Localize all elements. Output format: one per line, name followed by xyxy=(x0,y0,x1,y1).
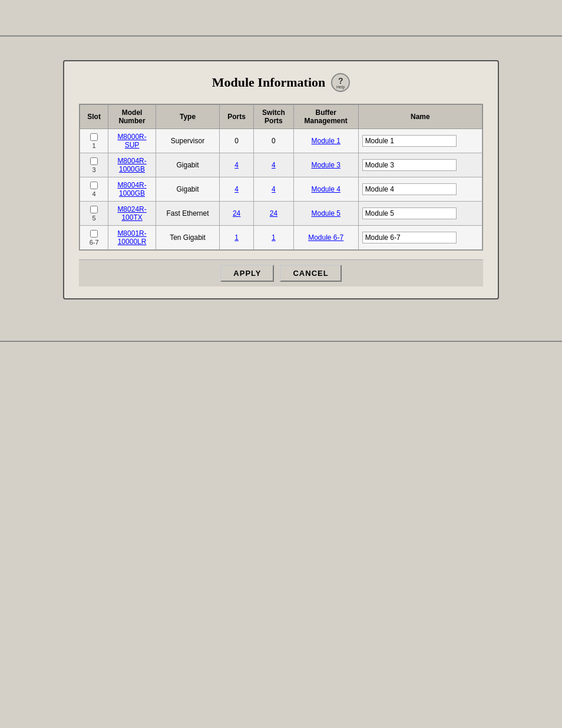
bottom-divider xyxy=(0,341,562,342)
buffer-management-link[interactable]: Module 5 xyxy=(312,209,340,218)
name-input[interactable] xyxy=(362,207,457,219)
name-cell xyxy=(358,202,482,226)
model-number-link[interactable]: M8001R-10000LR xyxy=(117,229,146,246)
buffer-management-link[interactable]: Module 6-7 xyxy=(308,233,343,242)
table-row: 1 M8000R-SUPSupervisor00Module 1 xyxy=(80,129,482,153)
slot-checkbox[interactable] xyxy=(90,206,98,213)
name-input[interactable] xyxy=(362,135,457,147)
slot-cell: 4 xyxy=(80,177,108,202)
col-header-ports: Ports xyxy=(220,105,254,129)
table-wrapper: Slot ModelNumber Type Ports SwitchPorts … xyxy=(79,104,483,251)
slot-number: 1 xyxy=(92,142,96,149)
switch-ports-link[interactable]: 4 xyxy=(272,185,276,193)
model-number-link[interactable]: M8004R-1000GB xyxy=(117,181,146,197)
model-number-cell: M8000R-SUP xyxy=(108,129,156,153)
dialog-box: Module Information ? Help Slot ModelNumb… xyxy=(63,60,499,299)
name-cell xyxy=(358,153,482,177)
slot-checkbox[interactable] xyxy=(90,133,98,141)
cancel-button[interactable]: CANCEL xyxy=(280,265,341,282)
name-input[interactable] xyxy=(362,183,457,195)
type-cell: Ten Gigabit xyxy=(156,226,219,250)
model-number-link[interactable]: M8004R-1000GB xyxy=(117,157,146,173)
type-cell: Gigabit xyxy=(156,153,219,177)
ports-link[interactable]: 4 xyxy=(234,185,239,193)
table-row: 4 M8004R-1000GBGigabit44Module 4 xyxy=(80,177,482,202)
module-table: Slot ModelNumber Type Ports SwitchPorts … xyxy=(80,104,482,250)
name-cell xyxy=(358,177,482,202)
col-header-slot: Slot xyxy=(80,105,108,129)
col-header-model: ModelNumber xyxy=(108,105,156,129)
buffer-management-link[interactable]: Module 3 xyxy=(312,161,340,169)
buffer-management-link[interactable]: Module 4 xyxy=(312,185,340,193)
slot-checkbox[interactable] xyxy=(90,157,98,165)
ports-link[interactable]: 1 xyxy=(234,233,239,242)
slot-cell: 3 xyxy=(80,153,108,177)
model-number-cell: M8004R-1000GB xyxy=(108,177,156,202)
table-row: 3 M8004R-1000GBGigabit44Module 3 xyxy=(80,153,482,177)
dialog-title: Module Information xyxy=(212,75,326,90)
switch-ports-link[interactable]: 24 xyxy=(270,209,277,218)
help-label: Help xyxy=(336,85,345,89)
name-cell xyxy=(358,129,482,153)
switch-ports-cell: 24 xyxy=(254,202,294,226)
name-cell xyxy=(358,226,482,250)
dialog-title-row: Module Information ? Help xyxy=(79,73,483,92)
buffer-management-cell: Module 6-7 xyxy=(293,226,358,250)
table-row: 5 M8024R-100TXFast Ethernet2424Module 5 xyxy=(80,202,482,226)
col-header-switch-ports: SwitchPorts xyxy=(254,105,294,129)
slot-number: 4 xyxy=(92,190,96,197)
ports-cell: 1 xyxy=(220,226,254,250)
switch-ports-cell: 4 xyxy=(254,177,294,202)
model-number-link[interactable]: M8000R-SUP xyxy=(117,133,146,149)
apply-button[interactable]: APPLY xyxy=(220,265,274,282)
col-header-buffer: BufferManagement xyxy=(293,105,358,129)
page-wrapper: Module Information ? Help Slot ModelNumb… xyxy=(0,0,562,728)
ports-cell: 24 xyxy=(220,202,254,226)
content-area: Module Information ? Help Slot ModelNumb… xyxy=(0,37,562,323)
buffer-management-link[interactable]: Module 1 xyxy=(312,137,340,145)
name-input[interactable] xyxy=(362,159,457,171)
buttons-row: APPLY CANCEL xyxy=(79,259,483,286)
type-cell: Fast Ethernet xyxy=(156,202,219,226)
name-input[interactable] xyxy=(362,232,457,243)
slot-number: 3 xyxy=(92,166,96,173)
slot-number: 5 xyxy=(92,215,96,222)
type-cell: Gigabit xyxy=(156,177,219,202)
ports-cell: 4 xyxy=(220,153,254,177)
buffer-management-cell: Module 5 xyxy=(293,202,358,226)
table-row: 6-7 M8001R-10000LRTen Gigabit11Module 6-… xyxy=(80,226,482,250)
slot-cell: 5 xyxy=(80,202,108,226)
model-number-link[interactable]: M8024R-100TX xyxy=(117,205,146,222)
switch-ports-cell: 1 xyxy=(254,226,294,250)
slot-checkbox[interactable] xyxy=(90,182,98,189)
ports-link[interactable]: 4 xyxy=(234,161,239,169)
model-number-cell: M8001R-10000LR xyxy=(108,226,156,250)
col-header-name: Name xyxy=(358,105,482,129)
buffer-management-cell: Module 4 xyxy=(293,177,358,202)
help-icon-button[interactable]: ? Help xyxy=(331,73,350,92)
buffer-management-cell: Module 1 xyxy=(293,129,358,153)
col-header-type: Type xyxy=(156,105,219,129)
slot-checkbox[interactable] xyxy=(90,230,98,238)
table-header-row: Slot ModelNumber Type Ports SwitchPorts … xyxy=(80,105,482,129)
ports-link[interactable]: 24 xyxy=(233,209,240,218)
ports-cell: 0 xyxy=(220,129,254,153)
switch-ports-cell: 0 xyxy=(254,129,294,153)
switch-ports-link[interactable]: 4 xyxy=(272,161,276,169)
ports-cell: 4 xyxy=(220,177,254,202)
switch-ports-cell: 4 xyxy=(254,153,294,177)
buffer-management-cell: Module 3 xyxy=(293,153,358,177)
model-number-cell: M8024R-100TX xyxy=(108,202,156,226)
switch-ports-link[interactable]: 1 xyxy=(272,233,276,242)
slot-cell: 1 xyxy=(80,129,108,153)
slot-number: 6-7 xyxy=(90,239,99,246)
help-question-mark: ? xyxy=(338,77,343,85)
slot-cell: 6-7 xyxy=(80,226,108,250)
type-cell: Supervisor xyxy=(156,129,219,153)
model-number-cell: M8004R-1000GB xyxy=(108,153,156,177)
